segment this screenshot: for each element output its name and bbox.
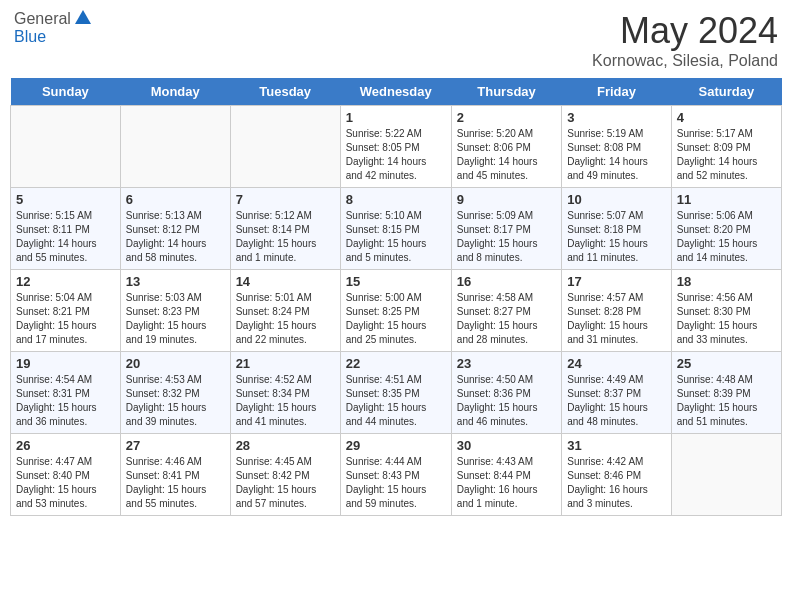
calendar-week-row: 26Sunrise: 4:47 AMSunset: 8:40 PMDayligh… <box>11 434 782 516</box>
day-info: Sunrise: 5:01 AMSunset: 8:24 PMDaylight:… <box>236 291 335 347</box>
day-number: 14 <box>236 274 335 289</box>
day-number: 15 <box>346 274 446 289</box>
calendar-cell: 11Sunrise: 5:06 AMSunset: 8:20 PMDayligh… <box>671 188 781 270</box>
calendar-cell: 18Sunrise: 4:56 AMSunset: 8:30 PMDayligh… <box>671 270 781 352</box>
day-info: Sunrise: 5:12 AMSunset: 8:14 PMDaylight:… <box>236 209 335 265</box>
calendar-cell: 17Sunrise: 4:57 AMSunset: 8:28 PMDayligh… <box>562 270 671 352</box>
day-number: 17 <box>567 274 665 289</box>
calendar-cell: 10Sunrise: 5:07 AMSunset: 8:18 PMDayligh… <box>562 188 671 270</box>
calendar-cell: 30Sunrise: 4:43 AMSunset: 8:44 PMDayligh… <box>451 434 561 516</box>
day-number: 29 <box>346 438 446 453</box>
calendar-cell: 25Sunrise: 4:48 AMSunset: 8:39 PMDayligh… <box>671 352 781 434</box>
calendar-cell: 29Sunrise: 4:44 AMSunset: 8:43 PMDayligh… <box>340 434 451 516</box>
day-number: 8 <box>346 192 446 207</box>
calendar-cell: 9Sunrise: 5:09 AMSunset: 8:17 PMDaylight… <box>451 188 561 270</box>
day-info: Sunrise: 5:17 AMSunset: 8:09 PMDaylight:… <box>677 127 776 183</box>
day-info: Sunrise: 4:50 AMSunset: 8:36 PMDaylight:… <box>457 373 556 429</box>
calendar-cell: 28Sunrise: 4:45 AMSunset: 8:42 PMDayligh… <box>230 434 340 516</box>
day-info: Sunrise: 4:58 AMSunset: 8:27 PMDaylight:… <box>457 291 556 347</box>
calendar-table: SundayMondayTuesdayWednesdayThursdayFrid… <box>10 78 782 516</box>
day-number: 12 <box>16 274 115 289</box>
day-info: Sunrise: 4:46 AMSunset: 8:41 PMDaylight:… <box>126 455 225 511</box>
calendar-cell: 12Sunrise: 5:04 AMSunset: 8:21 PMDayligh… <box>11 270 121 352</box>
day-info: Sunrise: 5:13 AMSunset: 8:12 PMDaylight:… <box>126 209 225 265</box>
day-number: 6 <box>126 192 225 207</box>
day-number: 23 <box>457 356 556 371</box>
day-number: 7 <box>236 192 335 207</box>
day-info: Sunrise: 5:06 AMSunset: 8:20 PMDaylight:… <box>677 209 776 265</box>
day-number: 2 <box>457 110 556 125</box>
calendar-cell: 21Sunrise: 4:52 AMSunset: 8:34 PMDayligh… <box>230 352 340 434</box>
day-info: Sunrise: 5:19 AMSunset: 8:08 PMDaylight:… <box>567 127 665 183</box>
day-info: Sunrise: 5:09 AMSunset: 8:17 PMDaylight:… <box>457 209 556 265</box>
weekday-header-monday: Monday <box>120 78 230 106</box>
calendar-cell: 15Sunrise: 5:00 AMSunset: 8:25 PMDayligh… <box>340 270 451 352</box>
day-number: 9 <box>457 192 556 207</box>
calendar-cell <box>230 106 340 188</box>
weekday-header-row: SundayMondayTuesdayWednesdayThursdayFrid… <box>11 78 782 106</box>
day-info: Sunrise: 4:45 AMSunset: 8:42 PMDaylight:… <box>236 455 335 511</box>
weekday-header-friday: Friday <box>562 78 671 106</box>
calendar-week-row: 12Sunrise: 5:04 AMSunset: 8:21 PMDayligh… <box>11 270 782 352</box>
day-number: 13 <box>126 274 225 289</box>
day-number: 10 <box>567 192 665 207</box>
calendar-cell <box>120 106 230 188</box>
day-info: Sunrise: 5:22 AMSunset: 8:05 PMDaylight:… <box>346 127 446 183</box>
day-info: Sunrise: 5:15 AMSunset: 8:11 PMDaylight:… <box>16 209 115 265</box>
weekday-header-tuesday: Tuesday <box>230 78 340 106</box>
calendar-cell: 27Sunrise: 4:46 AMSunset: 8:41 PMDayligh… <box>120 434 230 516</box>
day-info: Sunrise: 4:47 AMSunset: 8:40 PMDaylight:… <box>16 455 115 511</box>
calendar-week-row: 5Sunrise: 5:15 AMSunset: 8:11 PMDaylight… <box>11 188 782 270</box>
calendar-cell <box>11 106 121 188</box>
weekday-header-saturday: Saturday <box>671 78 781 106</box>
calendar-cell: 2Sunrise: 5:20 AMSunset: 8:06 PMDaylight… <box>451 106 561 188</box>
calendar-cell: 4Sunrise: 5:17 AMSunset: 8:09 PMDaylight… <box>671 106 781 188</box>
calendar-cell: 19Sunrise: 4:54 AMSunset: 8:31 PMDayligh… <box>11 352 121 434</box>
weekday-header-sunday: Sunday <box>11 78 121 106</box>
weekday-header-wednesday: Wednesday <box>340 78 451 106</box>
day-number: 30 <box>457 438 556 453</box>
day-info: Sunrise: 4:43 AMSunset: 8:44 PMDaylight:… <box>457 455 556 511</box>
calendar-cell: 14Sunrise: 5:01 AMSunset: 8:24 PMDayligh… <box>230 270 340 352</box>
calendar-cell: 1Sunrise: 5:22 AMSunset: 8:05 PMDaylight… <box>340 106 451 188</box>
calendar-cell: 23Sunrise: 4:50 AMSunset: 8:36 PMDayligh… <box>451 352 561 434</box>
day-info: Sunrise: 5:10 AMSunset: 8:15 PMDaylight:… <box>346 209 446 265</box>
logo-blue-text: Blue <box>14 28 91 46</box>
calendar-cell: 8Sunrise: 5:10 AMSunset: 8:15 PMDaylight… <box>340 188 451 270</box>
calendar-cell: 13Sunrise: 5:03 AMSunset: 8:23 PMDayligh… <box>120 270 230 352</box>
calendar-cell: 31Sunrise: 4:42 AMSunset: 8:46 PMDayligh… <box>562 434 671 516</box>
day-number: 5 <box>16 192 115 207</box>
calendar-cell: 6Sunrise: 5:13 AMSunset: 8:12 PMDaylight… <box>120 188 230 270</box>
calendar-cell: 3Sunrise: 5:19 AMSunset: 8:08 PMDaylight… <box>562 106 671 188</box>
day-info: Sunrise: 5:03 AMSunset: 8:23 PMDaylight:… <box>126 291 225 347</box>
day-info: Sunrise: 4:44 AMSunset: 8:43 PMDaylight:… <box>346 455 446 511</box>
calendar-week-row: 19Sunrise: 4:54 AMSunset: 8:31 PMDayligh… <box>11 352 782 434</box>
day-info: Sunrise: 4:49 AMSunset: 8:37 PMDaylight:… <box>567 373 665 429</box>
day-number: 21 <box>236 356 335 371</box>
day-number: 31 <box>567 438 665 453</box>
day-number: 27 <box>126 438 225 453</box>
day-info: Sunrise: 4:42 AMSunset: 8:46 PMDaylight:… <box>567 455 665 511</box>
calendar-cell: 26Sunrise: 4:47 AMSunset: 8:40 PMDayligh… <box>11 434 121 516</box>
day-number: 3 <box>567 110 665 125</box>
calendar-cell: 22Sunrise: 4:51 AMSunset: 8:35 PMDayligh… <box>340 352 451 434</box>
page-header: General Blue May 2024 Kornowac, Silesia,… <box>10 10 782 70</box>
day-number: 24 <box>567 356 665 371</box>
logo-general-text: General <box>14 10 71 28</box>
day-info: Sunrise: 5:07 AMSunset: 8:18 PMDaylight:… <box>567 209 665 265</box>
day-number: 26 <box>16 438 115 453</box>
calendar-cell <box>671 434 781 516</box>
day-number: 1 <box>346 110 446 125</box>
svg-marker-0 <box>75 10 91 24</box>
calendar-cell: 16Sunrise: 4:58 AMSunset: 8:27 PMDayligh… <box>451 270 561 352</box>
day-info: Sunrise: 4:53 AMSunset: 8:32 PMDaylight:… <box>126 373 225 429</box>
day-info: Sunrise: 5:00 AMSunset: 8:25 PMDaylight:… <box>346 291 446 347</box>
day-info: Sunrise: 4:54 AMSunset: 8:31 PMDaylight:… <box>16 373 115 429</box>
day-number: 18 <box>677 274 776 289</box>
day-number: 11 <box>677 192 776 207</box>
title-area: May 2024 Kornowac, Silesia, Poland <box>592 10 778 70</box>
weekday-header-thursday: Thursday <box>451 78 561 106</box>
day-number: 20 <box>126 356 225 371</box>
calendar-cell: 24Sunrise: 4:49 AMSunset: 8:37 PMDayligh… <box>562 352 671 434</box>
day-info: Sunrise: 4:52 AMSunset: 8:34 PMDaylight:… <box>236 373 335 429</box>
